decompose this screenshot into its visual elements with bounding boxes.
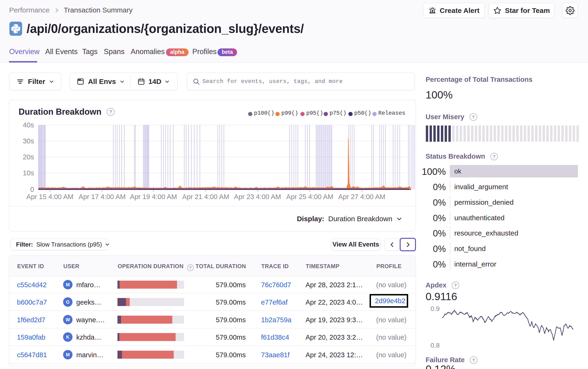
svg-text:Apr 21 4:00 AM: Apr 21 4:00 AM <box>182 193 229 200</box>
svg-text:Apr 23 4:00 AM: Apr 23 4:00 AM <box>234 193 281 200</box>
svg-text:10s: 10s <box>23 169 34 177</box>
svg-text:Apr 17 4:00 AM: Apr 17 4:00 AM <box>79 193 126 200</box>
svg-text:Apr 15 4:00 AM: Apr 15 4:00 AM <box>26 193 74 200</box>
svg-text:Apr 19 4:00 AM: Apr 19 4:00 AM <box>130 193 177 200</box>
svg-text:Apr 27 4:00 AM: Apr 27 4:00 AM <box>338 193 385 200</box>
svg-text:Apr 25 4:00 AM: Apr 25 4:00 AM <box>286 193 333 200</box>
svg-text:0: 0 <box>30 185 34 193</box>
svg-text:20s: 20s <box>23 153 34 161</box>
svg-text:40s: 40s <box>23 121 34 129</box>
svg-text:30s: 30s <box>23 137 34 145</box>
